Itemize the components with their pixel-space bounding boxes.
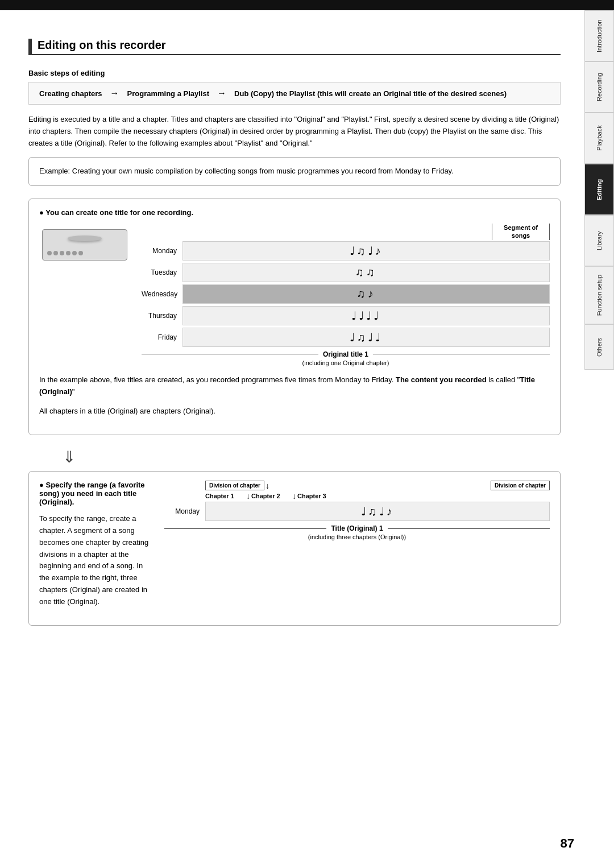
sidebar-tab-label: Editing <box>596 179 603 200</box>
diagram1-box: You can create one title for one recordi… <box>28 199 561 435</box>
diagram2-title-sub: (including three chapters (Original)) <box>164 534 550 540</box>
day-row-tuesday: Tuesday ♫♫ <box>142 263 550 282</box>
down-arrow-icon: ⇓ <box>63 448 561 466</box>
diagram1-left <box>39 224 130 261</box>
diagram2-title-label: Title (Original) 1 <box>331 524 383 532</box>
sidebar-tab-function-setup[interactable]: Function setup <box>584 266 614 324</box>
chapter-3-label: Chapter 3 <box>297 493 337 499</box>
diagram2-left-para: To specify the range, create a chapter. … <box>39 513 153 607</box>
segment-label: Segment ofsongs <box>492 224 550 240</box>
day-row-friday: Friday ♩♫♩♩ <box>142 328 550 347</box>
ch-arrow-down-1: ↓ <box>246 491 250 501</box>
diagram1-right: Segment ofsongs Monday ♩♫♩♪ Tuesday ♫♫ W… <box>142 224 550 366</box>
day-bar-wednesday: ♫♪ <box>182 284 550 304</box>
example-box: Example: Creating your own music compila… <box>28 157 561 186</box>
main-paragraph: Editing is executed by a title and a cha… <box>28 114 561 149</box>
ch-arrow-1: ↓ <box>265 481 269 490</box>
day-bar-thursday: ♩♩♩♩ <box>182 306 550 325</box>
basic-steps-heading: Basic steps of editing <box>28 69 561 77</box>
rec-btn-1 <box>47 251 52 255</box>
top-bar <box>0 0 614 10</box>
diagram1-bullet-title: You can create one title for one recordi… <box>39 208 550 217</box>
day-row-monday: Monday ♩♫♩♪ <box>142 241 550 261</box>
arrow1: → <box>110 88 119 98</box>
sidebar-tab-label: Introduction <box>596 19 603 52</box>
example-text: Example: Creating your own music compila… <box>39 167 454 175</box>
below-diagram1-para2: All chapters in a title (Original) are c… <box>39 406 550 418</box>
sidebar-tab-label: Others <box>596 338 603 357</box>
diagram2-right: Division of chapter ↓ Division of chapte… <box>164 481 550 540</box>
rec-btn-4 <box>66 251 70 255</box>
rec-btn-6 <box>78 251 83 255</box>
day-label-thursday: Thursday <box>142 312 182 320</box>
rec-btn-3 <box>60 251 64 255</box>
sidebar-tab-label: Playback <box>596 126 603 151</box>
step1-label: Creating chapters <box>39 89 102 98</box>
sidebar-tab-recording[interactable]: Recording <box>584 61 614 113</box>
division-label-1: Division of chapter <box>205 481 264 490</box>
day-label-wednesday: Wednesday <box>142 290 182 298</box>
sidebar-tab-label: Recording <box>596 73 603 101</box>
arrow2: → <box>217 88 226 98</box>
day-bar-friday: ♩♫♩♩ <box>182 328 550 347</box>
day-row-thursday: Thursday ♩♩♩♩ <box>142 306 550 325</box>
diagram2-bullet-title: Specify the range (a favorite song) you … <box>39 481 153 506</box>
chapter-numbers-row: Chapter 1 ↓ Chapter 2 ↓ Chapter 3 <box>164 491 550 501</box>
day-label-monday: Monday <box>142 247 182 255</box>
diagram2-left: Specify the range (a favorite song) you … <box>39 481 153 615</box>
rec-btn-5 <box>72 251 77 255</box>
below-diagram1-para: In the example above, five titles are cr… <box>39 374 550 398</box>
day-bar-tuesday: ♫♫ <box>182 263 550 282</box>
original-title-section: Original title 1 (including one Original… <box>142 350 550 366</box>
day-row-wednesday: Wednesday ♫♪ <box>142 284 550 304</box>
recorder-illustration <box>42 229 127 261</box>
diagram2-title-line: Title (Original) 1 <box>164 524 550 532</box>
day-label-tuesday: Tuesday <box>142 268 182 276</box>
diagram2-horiz-line-left <box>164 528 326 529</box>
diagram1-inner: Segment ofsongs Monday ♩♫♩♪ Tuesday ♫♫ W… <box>39 224 550 366</box>
diagram2-inner: Specify the range (a favorite song) you … <box>39 481 550 615</box>
division-label-2: Division of chapter <box>491 481 550 490</box>
segment-label-row: Segment ofsongs <box>142 224 550 240</box>
diagram2-day-row-monday: Monday ♩♫♩♪ <box>164 502 550 521</box>
sidebar-tab-library[interactable]: Library <box>584 215 614 266</box>
diagram2-horiz-line-right <box>388 528 550 529</box>
steps-flow: Creating chapters → Programming a Playli… <box>28 82 561 105</box>
ch-arrow-down-2: ↓ <box>292 491 296 501</box>
day-bar-monday: ♩♫♩♪ <box>182 241 550 261</box>
diagram2-day-bar-monday: ♩♫♩♪ <box>205 502 550 521</box>
sidebar-tab-label: Library <box>596 231 603 250</box>
horiz-line-right <box>373 354 550 354</box>
division-labels-row: Division of chapter ↓ Division of chapte… <box>164 481 550 490</box>
recorder-buttons <box>47 251 83 255</box>
sidebar-tab-introduction[interactable]: Introduction <box>584 10 614 61</box>
chapter-2-label: Chapter 2 <box>251 493 291 499</box>
original-title-label: Original title 1 <box>323 350 368 358</box>
chapter-1-label: Chapter 1 <box>205 493 245 499</box>
sidebar: Introduction Recording Playback Editing … <box>584 10 614 370</box>
step3-label: Dub (Copy) the Playlist (this will creat… <box>234 89 507 98</box>
rec-btn-2 <box>53 251 58 255</box>
diagram2-box: Specify the range (a favorite song) you … <box>28 471 561 625</box>
day-label-friday: Friday <box>142 333 182 341</box>
original-title-sub: (including one Original chapter) <box>142 359 550 366</box>
horiz-line-left <box>142 354 318 354</box>
page-title: Editing on this recorder <box>28 39 561 55</box>
diagram2-title-section: Title (Original) 1 (including three chap… <box>164 524 550 540</box>
page-number: 87 <box>561 836 574 851</box>
sidebar-tab-playback[interactable]: Playback <box>584 113 614 164</box>
diagram2-day-label-monday: Monday <box>164 507 205 515</box>
original-title-line: Original title 1 <box>142 350 550 358</box>
sidebar-tab-editing[interactable]: Editing <box>584 164 614 215</box>
division-label-right: Division of chapter <box>271 481 550 490</box>
sidebar-tab-label: Function setup <box>596 275 603 316</box>
step2-label: Programming a Playlist <box>127 89 210 98</box>
main-content: Editing on this recorder Basic steps of … <box>0 10 583 661</box>
sidebar-tab-others[interactable]: Others <box>584 324 614 370</box>
